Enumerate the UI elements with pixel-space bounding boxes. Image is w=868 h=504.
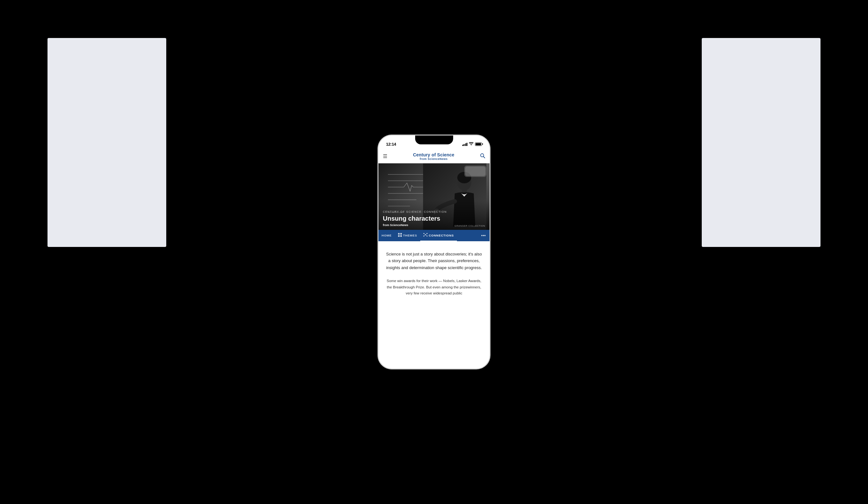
- search-icon[interactable]: [480, 153, 485, 159]
- svg-point-0: [471, 145, 472, 145]
- photo-credit: GRANGER COLLECTION: [454, 224, 485, 227]
- side-panel-left: [48, 38, 166, 247]
- header-sub-brand: ScienceNews: [427, 157, 447, 160]
- svg-point-23: [426, 233, 427, 234]
- header-title: Century of Science from ScienceNews: [387, 152, 480, 160]
- tab-themes-label: THEMES: [403, 234, 417, 237]
- themes-icon: [398, 233, 402, 238]
- tab-more[interactable]: •••: [477, 233, 489, 238]
- phone-wrapper: 12:14: [378, 135, 490, 369]
- menu-icon[interactable]: ☰: [383, 153, 387, 159]
- battery-icon: [475, 143, 482, 146]
- app-header: ☰ Century of Science from ScienceNews: [379, 149, 489, 164]
- wifi-icon: [469, 142, 473, 146]
- tab-home[interactable]: HOME: [379, 230, 395, 241]
- tab-connections[interactable]: CONNECTIONS: [420, 230, 457, 241]
- svg-line-26: [424, 234, 425, 234]
- status-icons: [462, 142, 482, 146]
- connections-icon: [423, 233, 427, 238]
- svg-rect-19: [398, 235, 400, 237]
- svg-rect-16: [465, 167, 485, 176]
- hero-source-prefix: from: [383, 223, 390, 227]
- hero-source-brand: ScienceNews: [390, 223, 409, 227]
- hero-title: Unsung characters: [383, 214, 485, 222]
- body-text: Some win awards for their work — Nobels,…: [385, 278, 483, 297]
- svg-point-24: [423, 235, 424, 237]
- status-time: 12:14: [386, 142, 396, 147]
- scene: 12:14: [0, 0, 868, 504]
- svg-rect-18: [400, 233, 402, 234]
- side-panel-right: [702, 38, 820, 247]
- phone-content: Science is not just a story about discov…: [379, 241, 489, 369]
- svg-line-2: [484, 156, 485, 158]
- signal-bars-icon: [462, 143, 468, 146]
- svg-line-29: [426, 235, 427, 236]
- svg-rect-17: [398, 233, 400, 234]
- header-title-main: Century of Science: [387, 152, 480, 157]
- nav-tabs: HOME THEMES: [379, 230, 489, 241]
- svg-point-22: [423, 233, 424, 234]
- hero-label: CENTURY OF SCIENCE: CONNECTION: [383, 210, 485, 213]
- svg-rect-20: [400, 235, 402, 237]
- tab-themes[interactable]: THEMES: [395, 230, 420, 241]
- svg-point-25: [426, 235, 427, 237]
- svg-line-28: [424, 235, 425, 236]
- header-title-sub: from ScienceNews: [387, 157, 480, 160]
- notch: [415, 136, 453, 144]
- svg-line-27: [426, 234, 427, 234]
- content-area: Science is not just a story about discov…: [379, 241, 489, 303]
- tab-connections-label: CONNECTIONS: [429, 234, 454, 237]
- tab-home-label: HOME: [382, 234, 392, 237]
- intro-text: Science is not just a story about discov…: [385, 251, 483, 271]
- phone-frame: 12:14: [378, 135, 490, 369]
- hero-image: CENTURY OF SCIENCE: CONNECTION Unsung ch…: [379, 164, 489, 230]
- header-sub-prefix: from: [420, 157, 427, 160]
